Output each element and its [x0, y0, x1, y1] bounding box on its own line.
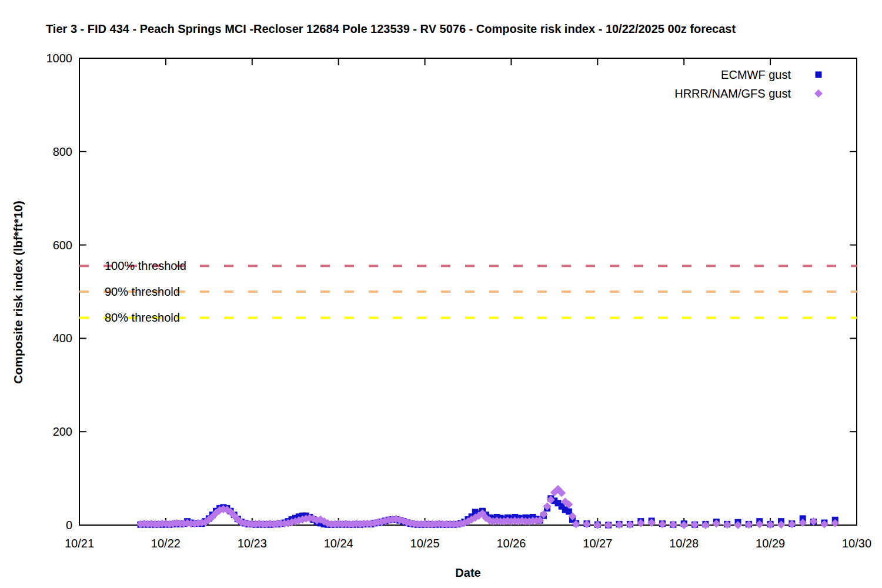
legend-label: ECMWF gust: [721, 68, 791, 81]
legend-marker-square: [816, 72, 822, 78]
x-tick-label: 10/30: [842, 537, 871, 550]
legend-marker-diamond: [814, 89, 823, 98]
y-tick-label: 800: [53, 145, 72, 158]
chart-page: { "title": "Tier 3 - FID 434 - Peach Spr…: [0, 0, 882, 588]
x-tick-label: 10/23: [238, 537, 267, 550]
x-axis-ticks: 10/2110/2210/2310/2410/2510/2610/2710/28…: [65, 58, 871, 550]
x-tick-label: 10/22: [151, 537, 181, 550]
threshold-label: 100% threshold: [105, 259, 186, 272]
risk-index-chart: 10/2110/2210/2310/2410/2510/2610/2710/28…: [0, 0, 882, 588]
legend-label: HRRR/NAM/GFS gust: [674, 87, 791, 100]
y-tick-label: 400: [53, 332, 72, 345]
y-tick-label: 600: [53, 239, 72, 252]
threshold-label: 90% threshold: [105, 285, 180, 298]
y-tick-label: 0: [66, 519, 72, 532]
y-tick-label: 200: [53, 425, 72, 438]
x-tick-label: 10/25: [410, 537, 440, 550]
series-hrrr-nam-gfs: [136, 485, 839, 529]
threshold-lines: 100% threshold90% threshold80% threshold: [79, 259, 857, 324]
x-tick-label: 10/24: [324, 537, 353, 550]
legend: ECMWF gustHRRR/NAM/GFS gust: [674, 68, 823, 100]
x-tick-label: 10/28: [669, 537, 699, 550]
threshold-label: 80% threshold: [105, 311, 180, 324]
x-tick-label: 10/21: [65, 537, 94, 550]
y-tick-label: 1000: [46, 52, 73, 65]
x-tick-label: 10/29: [756, 537, 785, 550]
x-tick-label: 10/27: [583, 537, 612, 550]
x-tick-label: 10/26: [496, 537, 526, 550]
